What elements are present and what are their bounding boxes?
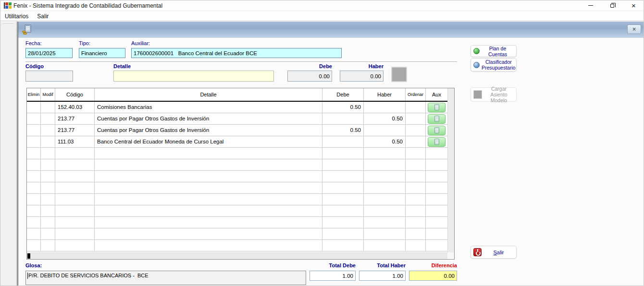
header-haber: Haber [364,88,406,101]
detalle-label: Detalle [113,63,131,69]
header-aux: Aux [426,88,447,101]
row-debe: 0.50 [322,102,364,113]
row-haber [364,125,406,136]
plan-de-cuentas-button[interactable]: Plan de Cuentas [471,45,517,57]
row-detalle: Cuentas por Pagar Otros Gastos de Invers… [95,125,322,136]
document-icon [434,139,439,145]
table-empty-row [27,217,447,228]
debe-label: Debe [287,63,332,69]
header-debe: Debe [322,88,364,101]
codigo-label: Código [25,63,44,69]
window-title: Fenix - Sistema Integrado de Contabilida… [13,2,162,9]
table-row[interactable]: 213.77 Cuentas por Pagar Otros Gastos de… [27,113,447,125]
grid-header: Elimin Modif Código Detalle Debe Haber O… [27,88,447,102]
table-empty-row [27,194,447,205]
vertical-scrollbar[interactable] [447,88,454,252]
glosa-label: Glosa: [25,262,42,268]
cargar-asiento-modelo-button[interactable]: Cargar Asiento Modelo [471,87,517,102]
aux-button[interactable] [428,137,446,147]
row-haber: 0.50 [364,136,406,148]
left-dock-panel [0,22,17,286]
entries-grid: Elimin Modif Código Detalle Debe Haber O… [26,88,455,260]
window-controls: × [580,0,644,11]
table-empty-row [27,205,447,217]
haber-label: Haber [340,63,384,69]
title-bar[interactable]: Fenix - Sistema Integrado de Contabilida… [0,0,644,11]
glosa-input[interactable]: P/R. DEBITO DE SERVICIOS BANCARIOS - BCE [25,271,306,285]
auxiliar-label: Auxiliar: [131,40,150,46]
cargar-asiento-label: Cargar Asiento Modelo [484,86,514,103]
fecha-field[interactable]: 28/01/2025 [25,48,73,58]
fecha-label: Fecha: [25,40,42,46]
row-detalle: Cuentas por Pagar Otros Gastos de Invers… [95,113,322,125]
table-empty-row [27,148,447,159]
table-row[interactable]: 111.03 Banco Central del Ecuador Moneda … [27,136,447,148]
diferencia-field: 0.00 [409,271,457,281]
aux-button[interactable] [428,126,446,135]
document-icon [434,104,439,110]
table-body: 152.40.03 Comisiones Bancarias 0.50 213.… [27,102,447,251]
child-close-button[interactable]: × [627,24,641,34]
row-codigo: 152.40.03 [55,102,95,113]
horizontal-scrollbar[interactable] [27,252,447,259]
table-empty-row [27,228,447,240]
header-detalle: Detalle [95,88,322,101]
scrollbar-corner [447,252,454,259]
diferencia-label: Diferencia [409,262,457,268]
child-toolbar: × [18,22,644,38]
tipo-field[interactable]: Financiero [79,48,125,58]
clasificador-presupuestario-button[interactable]: Clasificador Presupuestario [471,58,517,72]
codigo-input[interactable] [25,71,73,82]
table-empty-row [27,171,447,182]
salir-button[interactable]: Salir [471,246,517,259]
text-caret [27,273,28,279]
menu-bar: Utilitarios Salir [0,12,644,21]
journal-entry-icon[interactable] [22,24,33,35]
detalle-input[interactable] [113,71,274,82]
add-entry-button[interactable] [391,67,407,82]
blue-sphere-icon [473,62,480,68]
table-empty-row [27,182,447,194]
document-icon [434,116,439,122]
document-icon [434,127,439,133]
gray-square-icon [473,90,482,99]
power-icon [473,248,482,256]
header-ordenar: Ordenar [406,88,426,101]
plan-de-cuentas-label: Plan de Cuentas [482,46,514,57]
total-debe-field: 1.00 [310,271,356,281]
row-codigo: 213.77 [55,125,95,136]
aux-button[interactable] [428,103,446,112]
row-detalle: Banco Central del Ecuador Moneda de Curs… [95,136,322,148]
close-icon: × [632,2,636,9]
haber-input[interactable]: 0.00 [340,71,384,82]
row-codigo: 111.03 [55,136,95,148]
row-debe: 0.50 [322,125,364,136]
table-row[interactable]: 213.77 Cuentas por Pagar Otros Gastos de… [27,125,447,136]
salir-label: Salir [483,250,514,255]
table-row[interactable]: 152.40.03 Comisiones Bancarias 0.50 [27,102,447,113]
application-window: Fenix - Sistema Integrado de Contabilida… [0,0,644,286]
menu-utilitarios[interactable]: Utilitarios [0,12,33,21]
close-button[interactable]: × [623,0,644,11]
menu-salir[interactable]: Salir [33,12,53,21]
table-empty-row [27,159,447,171]
tipo-label: Tipo: [79,40,90,46]
total-haber-label: Total Haber [359,262,406,268]
header-elimin: Elimin [27,88,41,101]
green-sphere-icon [473,48,480,54]
restore-button[interactable] [601,0,623,11]
divider-line [25,61,457,62]
aux-button[interactable] [428,114,446,124]
minimize-icon [588,5,593,6]
panel-grip[interactable] [3,24,13,24]
app-icon [4,2,10,9]
minimize-button[interactable] [580,0,601,11]
row-haber [364,102,406,113]
row-codigo: 213.77 [55,113,95,125]
debe-input[interactable]: 0.00 [287,71,332,82]
scrollbar-thumb[interactable] [27,253,30,259]
total-haber-field: 1.00 [359,271,406,281]
restore-icon [610,4,614,8]
row-debe [322,136,364,148]
auxiliar-field[interactable]: 1760002600001 Banco Central del Ecuador … [131,48,342,58]
